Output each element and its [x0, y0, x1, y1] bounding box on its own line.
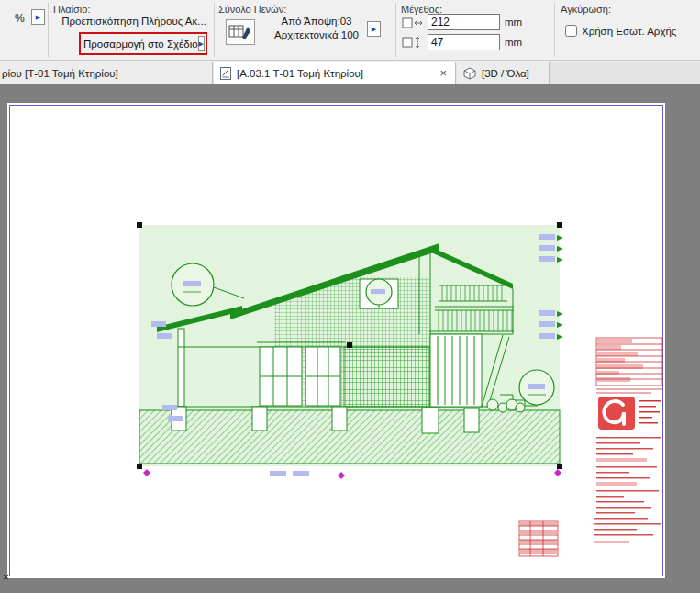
drawing-settings-toolbar: % ▶ Πλαίσιο: Προεπισκόπηση Πλήρους Ακ...… — [0, 0, 700, 61]
app-window: % ▶ Πλαίσιο: Προεπισκόπηση Πλήρους Ακ...… — [0, 0, 700, 593]
source-view-line2: Αρχιτεκτονικά 100 — [270, 28, 363, 42]
width-input[interactable] — [428, 14, 500, 30]
source-view-line1: Από Άποψη:03 — [270, 15, 363, 28]
pen-set-section-label: Σύνολο Πενών: — [218, 4, 286, 15]
toolbar-separator — [48, 3, 49, 57]
toolbar-separator — [395, 3, 396, 57]
pen-set-icon — [228, 22, 252, 42]
height-unit-label: mm — [505, 37, 522, 48]
toolbar-separator — [214, 3, 215, 57]
fit-to-drawing-highlight-box: Προσαρμογή στο Σχέδιο ▶ — [79, 32, 207, 55]
layout-document-icon — [220, 67, 231, 80]
3d-cube-icon — [463, 67, 476, 80]
anchor-option: Χρήση Εσωτ. Αρχής — [565, 25, 676, 37]
flyout-arrow-icon: ▶ — [36, 14, 40, 20]
width-icon — [402, 17, 424, 29]
fit-to-drawing-button[interactable]: Προσαρμογή στο Σχέδιο — [83, 39, 198, 50]
ground-hatch — [139, 410, 560, 464]
height-input[interactable] — [428, 34, 500, 50]
origin-marker-icon: × — [3, 571, 9, 584]
tab-3d-all[interactable]: [3D / Όλα] — [457, 62, 550, 84]
frame-section-label: Πλαίσιο: — [53, 4, 91, 15]
anchor-section-label: Αγκύρωση: — [561, 4, 611, 15]
zoom-flyout-button[interactable]: ▶ — [31, 9, 45, 25]
flyout-arrow-icon: ▶ — [199, 40, 204, 47]
layout-page[interactable] — [7, 103, 665, 578]
zoom-percent-label: % — [15, 12, 25, 25]
anchor-diamond-markers[interactable] — [143, 469, 561, 479]
tab-close-button[interactable]: × — [439, 67, 447, 79]
pen-set-button[interactable] — [226, 19, 255, 45]
document-tab-bar: ρίου [Τ-01 Τομή Κτηρίου] [Α.03.1 Τ-01 Το… — [0, 62, 700, 84]
fit-flyout-button[interactable]: ▶ — [198, 36, 205, 51]
tab-section-t01[interactable]: ρίου [Τ-01 Τομή Κτηρίου] — [0, 62, 213, 84]
tab-layout-a031-active[interactable]: [Α.03.1 Τ-01 Τομή Κτηρίου] × — [214, 62, 456, 84]
source-view-label: Από Άποψη:03 Αρχιτεκτονικά 100 — [270, 15, 363, 42]
frame-preview-dropdown[interactable]: Προεπισκόπηση Πλήρους Ακ... — [57, 16, 211, 27]
section-drawing[interactable] — [7, 103, 665, 578]
height-icon — [402, 36, 424, 49]
anchor-checkbox[interactable] — [565, 25, 577, 37]
toolbar-separator — [554, 3, 555, 57]
source-view-flyout-button[interactable]: ▶ — [367, 21, 381, 37]
layout-canvas[interactable]: × — [0, 84, 700, 593]
tab-label: [3D / Όλα] — [482, 68, 529, 79]
tab-label: [Α.03.1 Τ-01 Τομή Κτηρίου] — [237, 68, 363, 79]
anchor-option-label: Χρήση Εσωτ. Αρχής — [582, 26, 676, 37]
flyout-arrow-icon: ▶ — [372, 26, 376, 32]
tab-label: ρίου [Τ-01 Τομή Κτηρίου] — [2, 68, 118, 79]
width-unit-label: mm — [505, 17, 522, 28]
